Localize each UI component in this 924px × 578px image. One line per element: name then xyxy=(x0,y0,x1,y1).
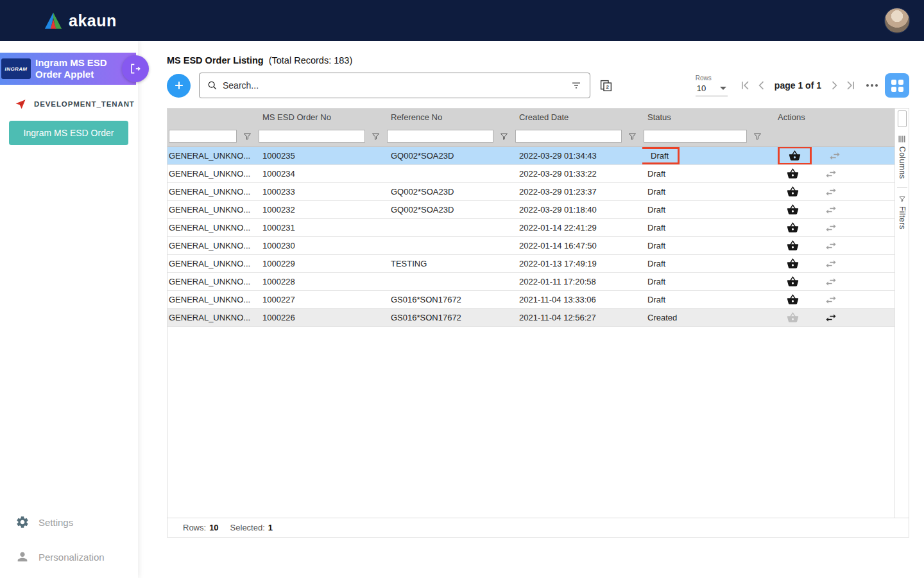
last-page-icon xyxy=(844,79,857,92)
filter-input-reference-no[interactable] xyxy=(387,130,493,143)
cart-button[interactable] xyxy=(778,202,808,217)
sidebar-item-personalization[interactable]: Personalization xyxy=(15,550,105,564)
table-row[interactable]: GENERAL_UNKNO... 1000228 2022-01-11 17:2… xyxy=(167,273,894,291)
swap-button[interactable] xyxy=(825,276,837,288)
filter-funnel-icon-reference-no[interactable] xyxy=(499,132,509,141)
filter-funnel-icon-created-date[interactable] xyxy=(628,132,637,141)
cell-created-date: 2022-03-29 01:18:40 xyxy=(514,201,642,218)
prev-page-button[interactable] xyxy=(753,79,770,92)
cart-button[interactable] xyxy=(778,274,808,289)
more-options-button[interactable] xyxy=(866,84,878,87)
person-icon xyxy=(15,550,30,564)
cell-created-date: 2022-01-13 17:49:19 xyxy=(514,255,642,272)
cell-status: Draft xyxy=(642,291,767,308)
cart-icon xyxy=(787,240,799,252)
cart-button[interactable] xyxy=(778,184,808,199)
status-value: Draft xyxy=(647,275,665,288)
grid-view-button[interactable] xyxy=(885,73,909,98)
applet-button[interactable]: INGRAM Ingram MS ESD Order Applet xyxy=(0,53,136,85)
filter-input-order-no[interactable] xyxy=(259,130,365,143)
cell-reference-no xyxy=(386,219,514,236)
table-row[interactable]: GENERAL_UNKNO... 1000232 GQ002*SOA23D 20… xyxy=(167,201,894,219)
swap-button[interactable] xyxy=(825,293,837,306)
cart-button[interactable] xyxy=(778,166,808,181)
tenant-label: DEVELOPMENT_TENANT xyxy=(34,100,135,108)
cell-status: Draft xyxy=(642,273,767,290)
avatar[interactable] xyxy=(884,8,910,33)
cart-button[interactable] xyxy=(778,292,808,307)
cell-created-date: 2022-01-11 17:20:58 xyxy=(514,273,642,290)
table-row[interactable]: GENERAL_UNKNO... 1000226 GS016*SON17672 … xyxy=(167,309,894,327)
topbar: akaun xyxy=(0,0,924,41)
akaun-logo: akaun xyxy=(44,12,117,30)
swap-button[interactable] xyxy=(825,186,837,198)
cell-actions xyxy=(767,147,894,164)
swap-icon xyxy=(825,186,837,198)
table-row[interactable]: GENERAL_UNKNO... 1000229 TESTING 2022-01… xyxy=(167,255,894,273)
swap-button[interactable] xyxy=(825,258,837,270)
table-row[interactable]: GENERAL_UNKNO... 1000235 GQ002*SOA23D 20… xyxy=(167,147,894,165)
scrollbar-thumb[interactable] xyxy=(898,110,907,127)
cart-button[interactable] xyxy=(778,147,812,164)
duplicate-pages-button[interactable]: 2 xyxy=(599,79,613,92)
columns-tab[interactable]: Columns xyxy=(898,135,907,179)
filter-funnel-icon-entity[interactable] xyxy=(243,132,252,141)
swap-button[interactable] xyxy=(825,311,837,324)
next-page-button[interactable] xyxy=(826,79,843,92)
add-button[interactable] xyxy=(167,74,191,98)
cart-icon xyxy=(789,150,801,162)
cell-order-no: 1000228 xyxy=(257,273,386,290)
swap-button[interactable] xyxy=(825,240,837,252)
filter-funnel-icon-order-no[interactable] xyxy=(371,132,381,141)
page-title: MS ESD Order Listing (Total Records: 183… xyxy=(167,55,352,66)
filter-input-status[interactable] xyxy=(644,130,747,143)
cart-button[interactable] xyxy=(778,220,808,235)
sidebar-item-settings[interactable]: Settings xyxy=(15,515,73,529)
search-input[interactable] xyxy=(223,80,565,91)
tab-divider xyxy=(897,187,907,188)
rows-per-page-select[interactable]: Rows 10 xyxy=(696,74,728,96)
table-row[interactable]: GENERAL_UNKNO... 1000227 GS016*SON17672 … xyxy=(167,291,894,309)
table-row[interactable]: GENERAL_UNKNO... 1000231 2022-01-14 22:4… xyxy=(167,219,894,237)
swap-button[interactable] xyxy=(825,168,837,180)
cell-reference-no xyxy=(386,165,514,182)
filter-list-icon[interactable] xyxy=(570,80,582,91)
caret-down-icon xyxy=(720,87,726,90)
total-records: (Total Records: 183) xyxy=(269,55,353,66)
cell-created-date: 2021-11-04 12:56:27 xyxy=(514,309,642,326)
filters-tab[interactable]: Filters xyxy=(898,195,907,229)
filter-funnel-icon-status[interactable] xyxy=(753,132,762,141)
table-row[interactable]: GENERAL_UNKNO... 1000234 2022-03-29 01:3… xyxy=(167,165,894,183)
akaun-logo-text: akaun xyxy=(69,12,117,30)
cell-order-no: 1000234 xyxy=(257,165,386,182)
exit-applet-button[interactable] xyxy=(122,55,149,82)
swap-icon xyxy=(825,276,837,288)
filter-input-created-date[interactable] xyxy=(515,130,622,143)
swap-icon xyxy=(825,204,837,216)
cart-icon xyxy=(787,204,799,216)
swap-button[interactable] xyxy=(825,204,837,216)
last-page-button[interactable] xyxy=(843,79,859,92)
table-row[interactable]: GENERAL_UNKNO... 1000230 2022-01-14 16:4… xyxy=(167,237,894,255)
toolbar: 2 Rows 10 page 1 of 1 xyxy=(167,71,909,100)
page-current: 1 xyxy=(798,80,803,91)
footer-rows-label: Rows: xyxy=(183,523,206,532)
header-status: Status xyxy=(642,109,767,126)
cart-button[interactable] xyxy=(778,310,808,325)
cell-actions xyxy=(767,237,894,254)
first-page-button[interactable] xyxy=(737,79,753,92)
cart-button[interactable] xyxy=(778,238,808,253)
cart-button[interactable] xyxy=(778,256,808,271)
swap-button[interactable] xyxy=(828,150,841,162)
tenant-row[interactable]: DEVELOPMENT_TENANT xyxy=(14,98,135,110)
cart-icon xyxy=(787,293,799,306)
table-header-row: MS ESD Order No Reference No Created Dat… xyxy=(167,109,894,126)
table-row[interactable]: GENERAL_UNKNO... 1000233 GQ002*SOA23D 20… xyxy=(167,183,894,201)
svg-text:2: 2 xyxy=(606,84,610,90)
swap-button[interactable] xyxy=(825,222,837,234)
module-button[interactable]: Ingram MS ESD Order xyxy=(9,121,128,145)
table-footer: Rows: 10 Selected: 1 xyxy=(167,518,909,537)
filter-input-entity[interactable] xyxy=(169,130,237,143)
cell-reference-no: GS016*SON17672 xyxy=(386,291,514,308)
chevron-left-icon xyxy=(755,79,768,92)
